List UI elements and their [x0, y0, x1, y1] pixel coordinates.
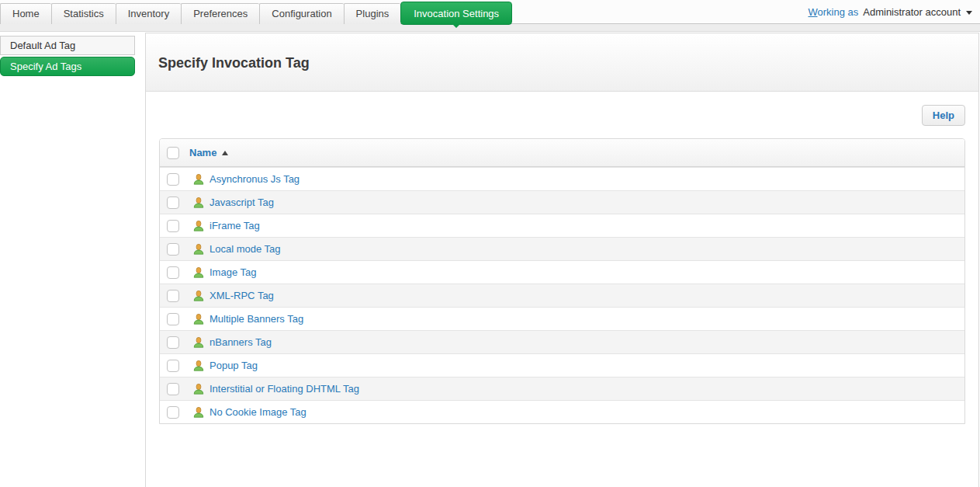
row-checkbox[interactable] — [167, 290, 179, 302]
top-navigation: HomeStatisticsInventoryPreferencesConfig… — [0, 0, 980, 24]
tag-link[interactable]: nBanners Tag — [210, 336, 272, 348]
invocation-tags-table: Name Asynchronus Js Tag Javascript Tag — [159, 138, 965, 424]
tag-link[interactable]: Interstitial or Floating DHTML Tag — [210, 383, 359, 395]
page-title: Specify Invocation Tag — [146, 33, 978, 71]
user-icon — [192, 406, 205, 419]
table-row: Asynchronus Js Tag — [160, 167, 964, 190]
page-header: Specify Invocation Tag — [146, 33, 978, 92]
tab-preferences[interactable]: Preferences — [181, 3, 259, 24]
tab-inventory[interactable]: Inventory — [116, 3, 181, 24]
help-button[interactable]: Help — [922, 105, 965, 126]
tab-home[interactable]: Home — [0, 3, 51, 24]
table-row: Local mode Tag — [160, 237, 964, 260]
column-header-name[interactable]: Name — [189, 147, 216, 158]
main-panel: Specify Invocation Tag Help Name Asynchr… — [145, 33, 979, 487]
row-checkbox[interactable] — [167, 313, 179, 325]
tag-link[interactable]: Multiple Banners Tag — [210, 313, 303, 325]
row-checkbox[interactable] — [167, 360, 179, 372]
tab-configuration[interactable]: Configuration — [259, 3, 343, 24]
caret-down-icon — [966, 11, 972, 15]
row-checkbox[interactable] — [167, 336, 179, 349]
table-row: Javascript Tag — [160, 190, 964, 214]
tab-invocation-settings[interactable]: Invocation Settings — [400, 2, 512, 25]
row-checkbox[interactable] — [167, 406, 179, 419]
row-checkbox[interactable] — [167, 173, 179, 186]
table-row: Interstitial or Floating DHTML Tag — [160, 377, 964, 400]
table-row: No Cookie Image Tag — [160, 400, 964, 423]
user-icon — [192, 360, 205, 372]
table-row: iFrame Tag — [160, 214, 964, 237]
account-name: Administrator account — [863, 6, 961, 18]
user-icon — [192, 220, 205, 232]
working-as-link[interactable]: Working as — [808, 6, 858, 18]
table-row: nBanners Tag — [160, 330, 964, 353]
table-row: Image Tag — [160, 260, 964, 284]
row-checkbox[interactable] — [167, 243, 179, 256]
user-icon — [192, 266, 205, 279]
tag-link[interactable]: Javascript Tag — [210, 197, 274, 208]
user-icon — [192, 313, 205, 325]
table-row: XML-RPC Tag — [160, 284, 964, 307]
select-all-checkbox[interactable] — [167, 147, 179, 159]
table-header: Name — [160, 139, 964, 167]
user-icon — [192, 290, 205, 302]
sidebar-item-default-ad-tag[interactable]: Default Ad Tag — [0, 36, 135, 55]
user-icon — [192, 383, 205, 395]
table-row: Popup Tag — [160, 353, 964, 377]
table-row: Multiple Banners Tag — [160, 307, 964, 330]
row-checkbox[interactable] — [167, 220, 179, 232]
user-icon — [192, 243, 205, 256]
row-checkbox[interactable] — [167, 383, 179, 395]
table-body: Asynchronus Js Tag Javascript Tag iFrame… — [160, 167, 964, 423]
toolbar: Help — [159, 105, 965, 126]
tag-link[interactable]: Popup Tag — [210, 360, 258, 371]
row-checkbox[interactable] — [167, 266, 179, 279]
tag-link[interactable]: Asynchronus Js Tag — [210, 173, 300, 185]
user-icon — [192, 173, 205, 186]
tab-plugins[interactable]: Plugins — [344, 3, 401, 24]
account-menu[interactable]: Administrator account — [863, 6, 972, 18]
tag-link[interactable]: Local mode Tag — [210, 243, 281, 255]
user-icon — [192, 336, 205, 349]
sort-asc-icon[interactable] — [222, 151, 228, 155]
tag-link[interactable]: Image Tag — [210, 266, 256, 278]
row-checkbox[interactable] — [167, 197, 179, 209]
tag-link[interactable]: XML-RPC Tag — [210, 290, 274, 301]
tag-link[interactable]: iFrame Tag — [210, 220, 260, 231]
sidebar-item-specify-ad-tags[interactable]: Specify Ad Tags — [0, 57, 135, 76]
tab-statistics[interactable]: Statistics — [51, 3, 116, 24]
account-area: Working as Administrator account — [808, 6, 972, 18]
user-icon — [192, 197, 205, 209]
tag-link[interactable]: No Cookie Image Tag — [210, 406, 306, 418]
sidebar: Default Ad TagSpecify Ad Tags — [0, 36, 135, 76]
